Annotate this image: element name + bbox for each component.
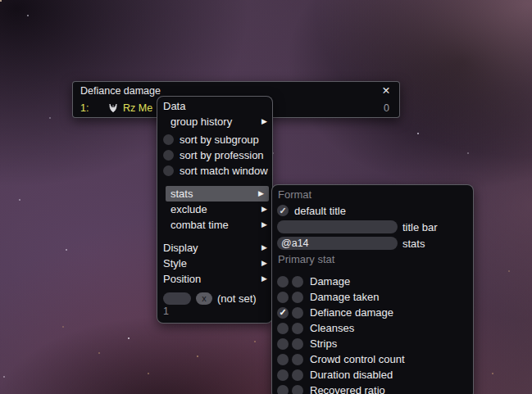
option-label: Strips [310,337,337,350]
check-icon: ✓ [279,308,286,317]
field-label: title bar [402,221,438,233]
checkbox-icon[interactable] [277,323,289,334]
checkbox-checked-icon[interactable]: ✓ [277,205,289,216]
primary-stat-option-duration-disabled[interactable]: Duration disabled [272,367,473,383]
menu-item-label: combat time [171,219,229,231]
menu-item-sort-match-window[interactable]: sort match window [157,163,272,179]
checkbox-icon[interactable] [292,385,303,394]
checkbox-icon[interactable] [277,385,289,394]
menu-item-label: sort match window [180,165,268,177]
option-label: Damage [310,275,350,288]
value-input[interactable] [163,292,191,305]
chevron-right-icon: ▶ [261,240,267,256]
option-label: Damage taken [310,291,380,303]
checkbox-icon[interactable] [277,369,289,381]
window-title: Defiance damage [80,85,161,97]
default-title-option[interactable]: ✓ default title [272,202,473,219]
option-label: default title [294,205,346,217]
primary-stat-option-cleanses[interactable]: Cleanses [272,320,473,336]
data-menu-header: Data [157,98,272,114]
radio-icon [163,150,174,161]
primary-stat-option-strips[interactable]: Strips [272,336,473,351]
chevron-right-icon: ▶ [258,186,264,202]
close-icon[interactable]: ✕ [380,82,392,100]
not-set-row: x (not set) [157,292,272,305]
menu-item-position[interactable]: Position ▶ [157,271,272,287]
format-submenu-panel: Format ✓ default title title bar stats P… [271,184,474,394]
option-label: Defiance damage [310,306,393,319]
data-context-menu: Data group history ▶ sort by subgroup so… [157,96,273,324]
menu-item-style[interactable]: Style ▶ [157,256,272,271]
primary-stat-option-damage-taken[interactable]: Damage taken [272,289,473,305]
menu-item-label: Style [163,257,187,269]
checkbox-icon[interactable] [277,354,289,365]
checkbox-icon[interactable] [277,292,289,303]
menu-item-label: Position [163,273,201,285]
menu-item-label: sort by profession [180,149,264,161]
option-label: Duration disabled [310,369,393,381]
chevron-right-icon: ▶ [261,202,267,217]
checkbox-icon[interactable] [292,276,303,288]
radio-icon [163,134,174,145]
not-set-label: (not set) [217,292,257,305]
row-rank: 1: [80,100,89,116]
menu-item-label: sort by subgroup [180,134,259,146]
stats-field-row: stats [272,235,473,251]
menu-item-label: exclude [171,203,207,215]
checkbox-icon[interactable] [292,323,303,334]
primary-stat-header: Primary stat [272,251,473,268]
chevron-right-icon: ▶ [261,256,267,271]
checkbox-icon[interactable] [292,354,303,365]
menu-item-exclude[interactable]: exclude ▶ [157,202,272,217]
checkbox-icon[interactable] [292,338,303,350]
option-label: Recovered ratio [310,384,385,394]
checkbox-icon[interactable] [277,338,289,350]
page-indicator: 1 [157,305,272,319]
profession-icon [108,103,118,113]
menu-item-group-history[interactable]: group history ▶ [157,114,272,129]
primary-stat-option-crowd-control-count[interactable]: Crowd control count [272,351,473,367]
checkbox-icon[interactable] [277,276,289,288]
clear-button[interactable]: x [196,292,212,305]
chevron-right-icon: ▶ [261,271,267,287]
primary-stat-option-defiance-damage[interactable]: ✓ Defiance damage [272,305,473,320]
primary-stat-option-recovered-ratio[interactable]: Recovered ratio [272,383,473,394]
check-icon: ✓ [279,206,286,215]
title-bar-input[interactable] [277,220,398,233]
row-value: 0 [384,100,389,116]
format-section-header: Format [272,187,473,202]
primary-stat-option-damage[interactable]: Damage [272,274,473,289]
menu-item-combat-time[interactable]: combat time ▶ [157,217,272,233]
checkbox-icon[interactable] [292,292,303,303]
row-player-name: Rz Me [123,100,152,116]
checkbox-checked-icon[interactable]: ✓ [277,307,289,319]
checkbox-icon[interactable] [292,369,303,381]
menu-item-sort-by-subgroup[interactable]: sort by subgroup [157,132,272,147]
option-label: Crowd control count [310,353,405,365]
menu-item-stats[interactable]: stats ▶ [166,186,269,202]
stats-format-input[interactable] [277,237,398,250]
radio-icon [163,165,174,176]
menu-item-label: Display [163,242,198,254]
option-label: Cleanses [310,322,354,334]
title-bar-field-row: title bar [272,219,473,235]
background-star-specks [0,0,2,2]
menu-item-label: stats [171,188,193,200]
checkbox-icon[interactable] [292,307,303,319]
chevron-right-icon: ▶ [261,114,267,129]
chevron-right-icon: ▶ [261,217,267,233]
menu-item-label: group history [171,115,232,128]
menu-item-display[interactable]: Display ▶ [157,240,272,256]
field-label: stats [402,238,425,250]
menu-item-sort-by-profession[interactable]: sort by profession [157,147,272,163]
